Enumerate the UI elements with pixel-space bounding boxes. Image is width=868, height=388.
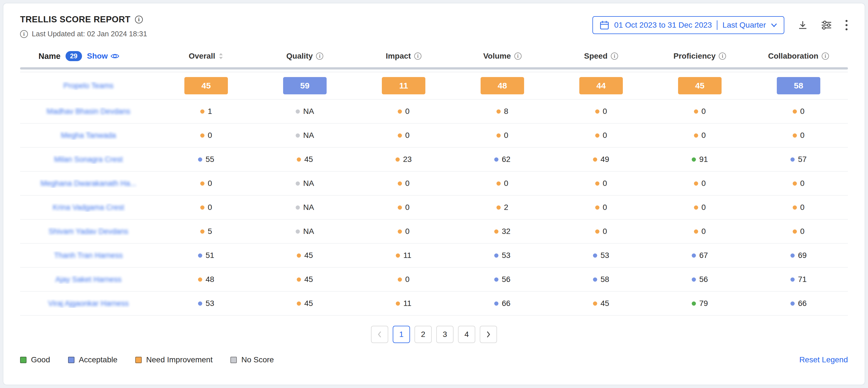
score-value: 53	[206, 299, 214, 308]
chevron-left-icon	[377, 331, 382, 338]
score-cell: 0	[650, 107, 749, 116]
download-button[interactable]	[798, 20, 808, 30]
column-header-impact[interactable]: Impact	[354, 52, 453, 61]
row-name-link[interactable]: Ajay Saket Harness	[55, 275, 121, 284]
legend-item-acceptable[interactable]: Acceptable	[68, 355, 118, 364]
summary-badge-cell: 11	[354, 77, 453, 94]
info-icon[interactable]	[414, 53, 422, 60]
legend-item-none[interactable]: No Score	[230, 355, 274, 364]
score-dot	[793, 133, 797, 138]
prev-page-button[interactable]	[371, 326, 388, 343]
legend-item-need[interactable]: Need Improvement	[135, 355, 213, 364]
download-icon	[798, 20, 808, 30]
row-name-link[interactable]: Krina Vadgama Crest	[53, 203, 124, 212]
column-header-quality[interactable]: Quality	[255, 52, 354, 61]
score-dot	[692, 253, 696, 258]
score-value: 66	[798, 299, 807, 308]
score-cell: 45	[552, 299, 650, 308]
page-button-1[interactable]: 1	[393, 326, 410, 343]
date-range-picker[interactable]: 01 Oct 2023 to 31 Dec 2023 Last Quarter	[592, 16, 784, 34]
legend-swatch	[230, 357, 237, 363]
score-cell: 0	[354, 179, 453, 188]
score-value: 69	[798, 251, 807, 260]
score-cell: 0	[354, 227, 453, 236]
score-dot	[595, 181, 599, 186]
score-cell: 66	[749, 299, 848, 308]
score-dot	[398, 110, 402, 114]
info-icon[interactable]	[316, 53, 323, 60]
settings-button[interactable]	[821, 20, 832, 30]
info-icon[interactable]	[135, 16, 143, 24]
row-name-link[interactable]: Megha Tanwada	[61, 131, 116, 140]
legend-item-good[interactable]: Good	[20, 355, 50, 364]
row-name-link[interactable]: Thanh Tran Harness	[54, 251, 123, 260]
info-icon[interactable]	[822, 53, 829, 60]
more-options-button[interactable]	[845, 20, 848, 31]
score-value: 71	[798, 275, 807, 284]
score-dot	[595, 205, 599, 210]
page-button-2[interactable]: 2	[414, 326, 432, 343]
next-page-button[interactable]	[480, 326, 497, 343]
row-name-link[interactable]: Shivam Yadav Devdans	[49, 227, 128, 236]
score-value: 0	[800, 203, 805, 212]
score-cell: 57	[749, 155, 848, 164]
score-cell: 0	[354, 203, 453, 212]
row-name-link[interactable]: Madhav Bhasin Devdans	[46, 107, 130, 116]
show-names-toggle[interactable]: Show	[87, 52, 120, 61]
score-cell: 53	[453, 251, 552, 260]
column-header-label: Collaboration	[768, 52, 818, 61]
score-dot	[297, 157, 301, 161]
score-dot	[593, 157, 597, 161]
page-button-4[interactable]: 4	[458, 326, 475, 343]
column-header-volume[interactable]: Volume	[453, 52, 552, 61]
summary-row: Propelo Teams 45591148444558	[20, 72, 848, 100]
score-cell: 67	[650, 251, 749, 260]
column-header-speed[interactable]: Speed	[552, 52, 650, 61]
table-row: Shivam Yadav Devdans5NA032000	[20, 220, 848, 244]
row-name-link[interactable]: Milan Sonagra Crest	[54, 155, 123, 164]
score-cell: 71	[749, 275, 848, 284]
score-dot	[200, 133, 205, 138]
score-cell: 0	[749, 203, 848, 212]
table-row: Megha Tanwada0NA00000	[20, 124, 848, 148]
summary-badge-cell: 45	[650, 77, 749, 94]
table-scroll-track[interactable]	[20, 67, 848, 69]
column-header-overall[interactable]: Overall	[157, 52, 255, 61]
score-value: 0	[405, 275, 410, 284]
row-name-link[interactable]: Meghana Dwarakanath Ha...	[40, 179, 136, 188]
table-row: Viraj Ajgaonkar Harness53451166457966	[20, 292, 848, 316]
score-value: 0	[603, 227, 607, 236]
row-name-link[interactable]: Viraj Ajgaonkar Harness	[48, 299, 129, 308]
pagination: 1234	[20, 326, 848, 343]
score-value: 32	[502, 227, 510, 236]
column-header-label: Impact	[386, 52, 411, 61]
info-icon[interactable]	[719, 53, 726, 60]
summary-score-badge: 58	[777, 77, 820, 94]
score-dot	[396, 157, 400, 161]
reset-legend-link[interactable]: Reset Legend	[799, 355, 848, 364]
page-button-3[interactable]: 3	[436, 326, 454, 343]
score-cell: 0	[749, 131, 848, 140]
info-icon[interactable]	[514, 53, 522, 60]
score-cell: 53	[157, 299, 255, 308]
sort-icon[interactable]	[218, 53, 223, 60]
score-dot	[595, 133, 599, 138]
name-cell: Viraj Ajgaonkar Harness	[20, 299, 157, 308]
score-dot	[793, 230, 797, 234]
eye-icon	[111, 53, 119, 59]
score-dot	[790, 157, 795, 161]
summary-name-link[interactable]: Propelo Teams	[63, 82, 114, 90]
score-dot	[694, 133, 698, 138]
info-icon[interactable]	[611, 53, 618, 60]
score-value: 0	[603, 179, 607, 188]
summary-badge-cell: 45	[157, 77, 255, 94]
score-dot	[398, 205, 402, 210]
score-cell: 0	[552, 179, 650, 188]
column-header-proficiency[interactable]: Proficiency	[650, 52, 749, 61]
column-header-collaboration[interactable]: Collaboration	[749, 52, 848, 61]
topbar-actions: 01 Oct 2023 to 31 Dec 2023 Last Quarter	[592, 16, 848, 34]
score-dot	[198, 253, 202, 258]
info-icon[interactable]	[20, 30, 28, 38]
score-value: 49	[600, 155, 609, 164]
score-value: 0	[800, 179, 805, 188]
